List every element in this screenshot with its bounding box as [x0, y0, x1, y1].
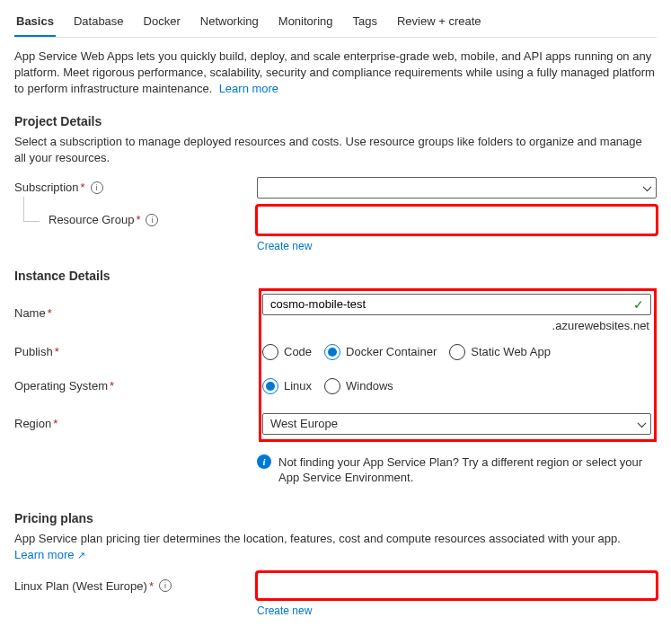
plan-label: Linux Plan (West Europe) * i — [14, 579, 257, 593]
radio-icon — [449, 344, 465, 360]
tab-review-create[interactable]: Review + create — [395, 11, 483, 37]
required-icon: * — [48, 306, 52, 320]
pricing-desc: App Service plan pricing tier determines… — [14, 531, 657, 563]
plan-dropdown[interactable] — [257, 572, 657, 599]
chevron-down-icon — [638, 419, 647, 428]
os-linux-label: Linux — [284, 379, 312, 393]
name-label-text: Name — [14, 306, 46, 320]
required-icon: * — [110, 379, 114, 393]
domain-suffix: .azurewebsites.net — [262, 319, 651, 332]
region-note: i Not finding your App Service Plan? Try… — [257, 454, 657, 486]
os-windows-label: Windows — [346, 379, 393, 393]
os-radio-windows[interactable]: Windows — [324, 378, 393, 394]
tab-tags[interactable]: Tags — [351, 11, 379, 37]
intro-text: App Service Web Apps lets you quickly bu… — [14, 49, 657, 98]
tab-monitoring[interactable]: Monitoring — [277, 11, 335, 37]
tab-database[interactable]: Database — [72, 11, 126, 37]
subscription-label-text: Subscription — [14, 181, 79, 194]
project-details-desc: Select a subscription to manage deployed… — [14, 134, 657, 166]
project-details-heading: Project Details — [14, 114, 657, 128]
required-icon: * — [55, 345, 59, 358]
region-label: Region * — [14, 417, 257, 430]
publish-static-label: Static Web App — [471, 345, 551, 358]
publish-docker-label: Docker Container — [346, 345, 437, 358]
radio-icon — [324, 378, 340, 394]
resource-group-label-text: Resource Group — [49, 213, 134, 226]
pricing-learn-more-link[interactable]: Learn more — [14, 548, 85, 561]
plan-create-new-link[interactable]: Create new — [257, 604, 312, 617]
radio-icon — [324, 344, 340, 360]
tab-docker[interactable]: Docker — [142, 11, 182, 37]
resource-group-label: Resource Group * i — [14, 213, 257, 226]
instance-details-heading: Instance Details — [14, 269, 657, 283]
required-icon: * — [149, 579, 154, 593]
tab-basics[interactable]: Basics — [14, 11, 56, 37]
rg-create-new-link[interactable]: Create new — [257, 240, 312, 252]
tabs-bar: Basics Database Docker Networking Monito… — [14, 11, 657, 38]
radio-icon — [262, 344, 278, 360]
name-label: Name * — [14, 306, 257, 320]
region-label-text: Region — [14, 417, 51, 430]
publish-radio-code[interactable]: Code — [262, 344, 312, 360]
info-icon[interactable]: i — [159, 579, 172, 592]
check-icon: ✓ — [633, 297, 644, 312]
required-icon: * — [81, 181, 85, 194]
publish-label: Publish * — [14, 345, 257, 358]
os-label-text: Operating System — [14, 379, 108, 393]
chevron-down-icon — [643, 182, 652, 191]
info-icon[interactable]: i — [146, 214, 158, 226]
subscription-dropdown[interactable] — [257, 177, 657, 198]
pricing-heading: Pricing plans — [14, 511, 657, 525]
subscription-label: Subscription * i — [14, 181, 257, 194]
tab-networking[interactable]: Networking — [199, 11, 260, 37]
pricing-desc-text: App Service plan pricing tier determines… — [14, 532, 621, 545]
info-icon: i — [257, 454, 271, 469]
info-icon[interactable]: i — [91, 181, 103, 194]
intro-learn-more-link[interactable]: Learn more — [219, 82, 278, 95]
indent-line — [23, 197, 40, 222]
name-input[interactable] — [262, 294, 651, 315]
resource-group-dropdown[interactable] — [257, 206, 657, 234]
region-note-text: Not finding your App Service Plan? Try a… — [278, 454, 657, 486]
intro-body: App Service Web Apps lets you quickly bu… — [14, 49, 655, 95]
region-dropdown[interactable]: West Europe — [262, 413, 651, 435]
radio-icon — [262, 378, 278, 394]
publish-radio-docker[interactable]: Docker Container — [324, 344, 437, 360]
publish-radio-static[interactable]: Static Web App — [449, 344, 551, 360]
os-radio-linux[interactable]: Linux — [262, 378, 312, 394]
publish-radio-group: Code Docker Container Static Web App — [262, 344, 651, 360]
plan-label-text: Linux Plan (West Europe) — [14, 579, 147, 593]
publish-code-label: Code — [284, 345, 312, 358]
required-icon: * — [136, 213, 140, 226]
os-radio-group: Linux Windows — [262, 378, 651, 394]
publish-label-text: Publish — [14, 345, 53, 358]
os-label: Operating System * — [14, 379, 257, 393]
required-icon: * — [53, 417, 57, 430]
region-value: West Europe — [270, 417, 338, 430]
